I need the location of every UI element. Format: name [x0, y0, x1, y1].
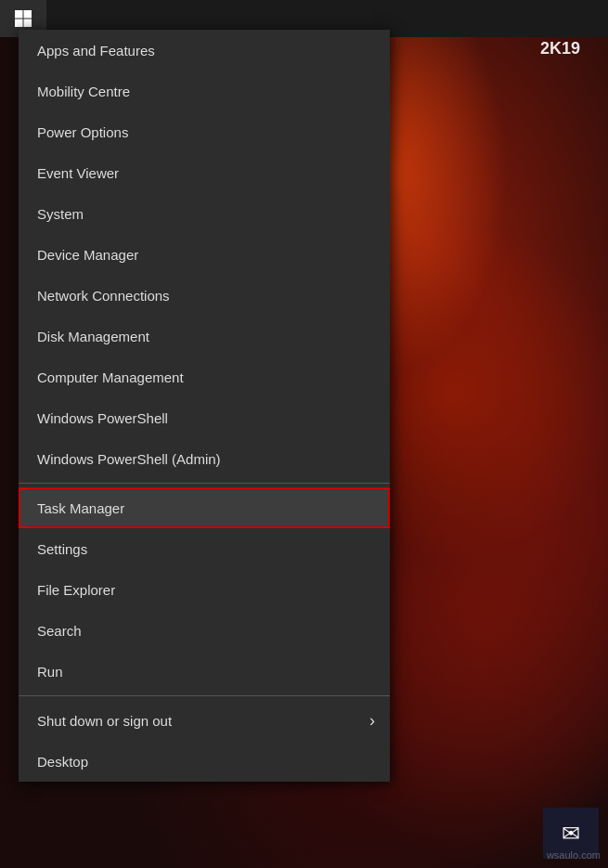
menu-item-settings[interactable]: Settings: [19, 528, 390, 569]
watermark: wsaulo.com: [547, 849, 601, 861]
menu-separator: [19, 483, 390, 484]
menu-item-file-explorer[interactable]: File Explorer: [19, 569, 390, 610]
menu-item-apps-features[interactable]: Apps and Features: [19, 30, 390, 71]
svg-rect-3: [24, 19, 32, 28]
menu-separator: [19, 695, 390, 696]
windows-icon: [14, 9, 32, 28]
svg-rect-1: [24, 10, 32, 19]
menu-item-event-viewer[interactable]: Event Viewer: [19, 152, 390, 193]
menu-item-run[interactable]: Run: [19, 651, 390, 692]
menu-item-computer-management[interactable]: Computer Management: [19, 356, 390, 397]
menu-item-system[interactable]: System: [19, 193, 390, 234]
menu-item-desktop[interactable]: Desktop: [19, 741, 390, 782]
menu-item-windows-powershell-admin[interactable]: Windows PowerShell (Admin): [19, 438, 390, 479]
menu-item-windows-powershell[interactable]: Windows PowerShell: [19, 397, 390, 438]
mail-icon: ✉: [562, 821, 580, 847]
menu-item-power-options[interactable]: Power Options: [19, 111, 390, 152]
menu-item-disk-management[interactable]: Disk Management: [19, 316, 390, 356]
menu-item-mobility-centre[interactable]: Mobility Centre: [19, 71, 390, 111]
corner-label: 2K19: [540, 39, 580, 58]
context-menu: Apps and FeaturesMobility CentrePower Op…: [19, 30, 390, 782]
menu-item-search[interactable]: Search: [19, 610, 390, 651]
menu-item-shut-down-sign-out[interactable]: Shut down or sign out: [19, 700, 390, 741]
menu-item-task-manager[interactable]: Task Manager: [19, 487, 390, 528]
menu-item-device-manager[interactable]: Device Manager: [19, 234, 390, 275]
svg-rect-0: [15, 10, 23, 19]
menu-item-network-connections[interactable]: Network Connections: [19, 275, 390, 316]
svg-rect-2: [15, 19, 23, 28]
